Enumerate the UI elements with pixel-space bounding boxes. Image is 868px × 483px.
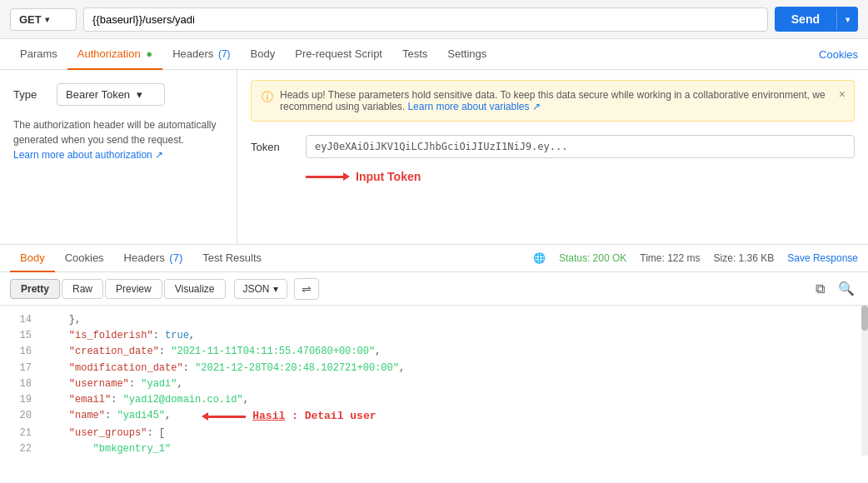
input-token-label: Input Token: [356, 170, 421, 183]
alert-message: Heads up! These parameters hold sensitiv…: [280, 89, 826, 112]
format-toolbar: Pretty Raw Preview Visualize JSON ▾ ⇌ ⧉ …: [0, 272, 868, 306]
format-value: JSON: [243, 283, 270, 295]
auth-active-dot: ●: [146, 47, 152, 60]
alert-text: Heads up! These parameters hold sensitiv…: [280, 89, 844, 112]
input-token-arrow: [306, 176, 347, 178]
chevron-down-icon: ▾: [137, 88, 142, 101]
time-info: Time: 122 ms: [640, 252, 700, 264]
format-pretty-btn[interactable]: Pretty: [10, 279, 60, 299]
method-dropdown[interactable]: GET ▾: [10, 8, 77, 31]
search-icon[interactable]: 🔍: [835, 277, 858, 300]
desc-line2: generated when you send the request.: [13, 134, 184, 146]
alert-close-button[interactable]: ×: [839, 87, 846, 101]
result-annotation: Hasil : Detail user: [204, 408, 376, 426]
type-label: Type: [13, 88, 47, 101]
toolbar-right: ⧉ 🔍: [812, 277, 858, 300]
type-dropdown[interactable]: Bearer Token ▾: [57, 83, 165, 106]
table-row: 14 },: [0, 312, 868, 328]
size-info: Size: 1.36 KB: [714, 252, 775, 264]
alert-box: ⓘ Heads up! These parameters hold sensit…: [251, 80, 855, 122]
copy-icon[interactable]: ⧉: [812, 278, 828, 300]
right-panel: ⓘ Heads up! These parameters hold sensit…: [237, 70, 868, 244]
table-row: 20 "name": "yadi45", Hasil : Detail user: [0, 408, 868, 426]
desc-line1: The authorization header will be automat…: [13, 119, 216, 131]
tab-prerequest[interactable]: Pre-request Script: [285, 39, 392, 70]
code-container: 14 }, 15 "is_folderish": true, 16 "creat…: [0, 306, 868, 456]
body-headers-badge: (7): [169, 251, 182, 264]
tab-authorization[interactable]: Authorization ●: [67, 39, 162, 70]
table-row: 15 "is_folderish": true,: [0, 328, 868, 344]
table-row: 22 "bmkgentry_1": [0, 441, 868, 456]
body-tabs-row: Body Cookies Headers (7) Test Results 🌐 …: [0, 245, 868, 272]
type-row: Type Bearer Token ▾: [13, 83, 223, 106]
result-label: Hasil : Detail user: [252, 408, 376, 426]
table-row: 17 "modification_date": "2021-12-28T04:2…: [0, 361, 868, 376]
token-input[interactable]: [306, 135, 855, 158]
left-panel: Type Bearer Token ▾ The authorization he…: [0, 70, 237, 244]
top-tabs: Params Authorization ● Headers (7) Body …: [0, 39, 868, 70]
tab-settings[interactable]: Settings: [437, 39, 496, 70]
token-row: Token: [251, 135, 855, 158]
wrap-button[interactable]: ⇌: [294, 278, 319, 300]
table-row: 16 "creation_date": "2021-11-11T04:11:55…: [0, 344, 868, 360]
cookies-link[interactable]: Cookies: [819, 48, 858, 61]
code-area[interactable]: 14 }, 15 "is_folderish": true, 16 "creat…: [0, 306, 868, 456]
alert-link[interactable]: Learn more about variables ↗: [407, 101, 540, 112]
auth-content-area: Type Bearer Token ▾ The authorization he…: [0, 70, 868, 245]
format-visualize-btn[interactable]: Visualize: [164, 279, 226, 299]
info-icon: ⓘ: [262, 90, 273, 105]
tab-params[interactable]: Params: [10, 39, 67, 70]
headers-badge: (7): [218, 48, 231, 60]
chevron-down-icon: ▾: [273, 283, 278, 295]
method-label: GET: [19, 13, 42, 26]
table-row: 18 "username": "yadi",: [0, 376, 868, 392]
auth-description: The authorization header will be automat…: [13, 117, 223, 162]
url-input[interactable]: [83, 7, 768, 32]
tab-body[interactable]: Body: [241, 39, 286, 70]
body-tab-headers[interactable]: Headers (7): [114, 245, 193, 272]
chevron-down-icon: ▾: [45, 15, 49, 24]
send-label: Send: [775, 7, 836, 32]
body-tab-test-results[interactable]: Test Results: [192, 245, 272, 272]
body-tab-body[interactable]: Body: [10, 245, 55, 272]
format-preview-btn[interactable]: Preview: [105, 279, 162, 299]
url-bar: GET ▾ Send ▾: [0, 0, 868, 39]
tab-headers[interactable]: Headers (7): [162, 39, 240, 70]
type-value: Bearer Token: [66, 88, 130, 101]
token-label: Token: [251, 141, 292, 153]
table-row: 19 "email": "yadi2@domain.co.id",: [0, 392, 868, 408]
response-info: 🌐 Status: 200 OK Time: 122 ms Size: 1.36…: [533, 252, 858, 264]
body-tab-cookies[interactable]: Cookies: [55, 245, 114, 272]
tab-tests[interactable]: Tests: [392, 39, 437, 70]
scrollbar-thumb[interactable]: [861, 306, 868, 331]
status-badge: Status: 200 OK: [559, 252, 626, 264]
result-arrow: [204, 416, 246, 418]
send-button[interactable]: Send ▾: [775, 7, 858, 32]
send-dropdown-icon[interactable]: ▾: [836, 9, 858, 30]
format-raw-btn[interactable]: Raw: [62, 279, 103, 299]
save-response-button[interactable]: Save Response: [787, 252, 858, 264]
table-row: 21 "user_groups": [: [0, 426, 868, 441]
scrollbar-track[interactable]: [861, 306, 868, 456]
globe-icon: 🌐: [533, 252, 546, 264]
format-select[interactable]: JSON ▾: [234, 279, 287, 299]
auth-learn-link[interactable]: Learn more about authorization ↗: [13, 149, 163, 161]
